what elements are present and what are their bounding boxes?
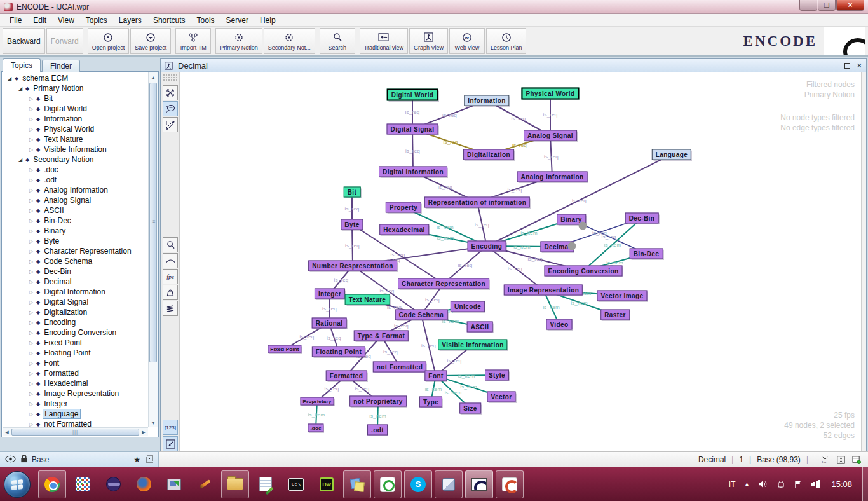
- tree-item-analog-information[interactable]: ▷◆Analog Information: [3, 185, 148, 195]
- expand-icon[interactable]: ▷: [28, 340, 34, 346]
- taskbar-text-editor[interactable]: [252, 470, 280, 498]
- language-indicator[interactable]: IT: [729, 480, 736, 489]
- taskbar-sticky-notes[interactable]: [343, 470, 371, 498]
- tab-finder[interactable]: Finder: [42, 60, 80, 72]
- menu-tools[interactable]: Tools: [191, 15, 220, 26]
- tree-item-code-schema[interactable]: ▷◆Code Schema: [3, 256, 148, 266]
- tree-item-encoding-conversion[interactable]: ▷◆Encoding Conversion: [3, 327, 148, 338]
- graph-node-encoding-conversion[interactable]: Encoding Conversion: [545, 266, 623, 277]
- graph-node-number-respresentation[interactable]: Number Respresentation: [308, 261, 397, 271]
- tree-item-language[interactable]: ▷◆Language: [3, 409, 148, 419]
- hscroll-thumb[interactable]: |||: [11, 429, 139, 436]
- tree-item-fixed-point[interactable]: ▷◆Fixed Point: [3, 338, 148, 348]
- taskbar-command-prompt[interactable]: C:\: [282, 470, 310, 498]
- tree-item-digital-world[interactable]: ▷◆Digital World: [3, 104, 148, 114]
- graph-node-proprietary[interactable]: Proprietary: [301, 397, 334, 406]
- graph-node-formatted[interactable]: Formatted: [326, 371, 367, 381]
- graph-node-type-format[interactable]: Type & Format: [354, 331, 409, 341]
- clock[interactable]: 15:08: [831, 479, 852, 489]
- graph-node-integer[interactable]: Integer: [315, 289, 345, 299]
- tree-item-label[interactable]: Digitalization: [43, 308, 88, 317]
- tree-item-label[interactable]: Information: [43, 114, 83, 123]
- toolbar-button-web-view[interactable]: wWeb view: [449, 28, 485, 54]
- tree-item-primary-notion[interactable]: ◢◆Primary Notion: [3, 83, 148, 93]
- canvas-scrollbar[interactable]: [861, 72, 866, 451]
- expand-icon[interactable]: ▷: [28, 96, 34, 102]
- tool-fit-icon[interactable]: [163, 85, 178, 100]
- tree-item-secondary-notion[interactable]: ◢◆Secondary Notion: [3, 154, 148, 165]
- tree-item-label[interactable]: Text Nature: [43, 135, 84, 144]
- graph-node-bit[interactable]: Bit: [344, 187, 361, 198]
- tree-item-label[interactable]: Language: [43, 409, 80, 419]
- graph-node-code-schema[interactable]: Code Schema: [395, 310, 448, 320]
- expand-icon[interactable]: ▷: [28, 371, 34, 376]
- tree-horizontal-scrollbar[interactable]: ◀ ||| ▶: [3, 427, 148, 436]
- hidden-icons-arrow[interactable]: ▲: [745, 481, 750, 487]
- tree-item-image-representation[interactable]: ▷◆Image Representation: [3, 388, 148, 399]
- graph-node-font[interactable]: Font: [424, 371, 447, 381]
- tree-item-label[interactable]: Formatted: [43, 369, 80, 378]
- tool-pointer-icon[interactable]: [163, 436, 178, 451]
- tree-item-label[interactable]: ASCII: [43, 206, 65, 215]
- taskbar-encode-app[interactable]: [465, 470, 493, 498]
- tree-item-doc[interactable]: ▷◆.doc: [3, 165, 148, 175]
- tree-item-font[interactable]: ▷◆Font: [3, 358, 148, 368]
- taskbar-dreamweaver[interactable]: Dw: [313, 470, 341, 498]
- tree-item-bin-dec[interactable]: ▷◆Bin-Dec: [3, 216, 148, 226]
- power-plug-icon[interactable]: [776, 480, 785, 489]
- action-center-flag-icon[interactable]: [794, 480, 802, 489]
- tab-topics[interactable]: Topics: [3, 58, 41, 72]
- expand-icon[interactable]: ▷: [28, 228, 34, 234]
- show-desktop-button[interactable]: [862, 467, 868, 501]
- tree-item-label[interactable]: Binary: [43, 226, 67, 235]
- taskbar-cube-app[interactable]: [435, 470, 463, 498]
- tool-arc-icon[interactable]: [163, 253, 178, 268]
- status-antenna-icon[interactable]: bn: [820, 455, 830, 464]
- restore-button[interactable]: ❐: [818, 0, 836, 11]
- scroll-left-icon[interactable]: ◀: [3, 428, 11, 437]
- tool-weight-icon[interactable]: [163, 285, 178, 300]
- expand-icon[interactable]: ▷: [28, 127, 34, 132]
- graph-node-style[interactable]: Style: [485, 370, 509, 381]
- graph-node-raster[interactable]: Raster: [600, 310, 630, 320]
- expand-icon[interactable]: ▷: [28, 208, 34, 214]
- expand-icon[interactable]: ▷: [28, 299, 34, 305]
- toolbar-button-search[interactable]: Search: [320, 28, 355, 54]
- expand-icon[interactable]: ▷: [28, 198, 34, 203]
- export-layer-icon[interactable]: [146, 454, 153, 465]
- toolbar-button-backward[interactable]: Backward: [3, 28, 45, 54]
- scroll-down-icon[interactable]: ▼: [149, 418, 157, 427]
- expand-icon[interactable]: ▷: [28, 289, 34, 295]
- graph-node-size[interactable]: Size: [459, 403, 481, 414]
- graph-node-type[interactable]: Type: [419, 397, 442, 408]
- graph-node-property[interactable]: Property: [386, 202, 421, 213]
- tree-item-label[interactable]: Digital World: [43, 104, 88, 113]
- menu-help[interactable]: Help: [254, 15, 281, 26]
- tree-item-character-representation[interactable]: ▷◆Character Representation: [3, 246, 148, 256]
- selection-handle[interactable]: [568, 242, 576, 251]
- tree-item-label[interactable]: not Formatted: [43, 420, 93, 427]
- scroll-thumb[interactable]: [149, 83, 157, 362]
- menu-file[interactable]: File: [4, 15, 27, 26]
- tree-item-label[interactable]: Physical World: [43, 125, 95, 134]
- tree-item-label[interactable]: Code Schema: [43, 257, 93, 266]
- tree-item-formatted[interactable]: ▷◆Formatted: [3, 368, 148, 378]
- tree-item-label[interactable]: Byte: [43, 237, 60, 245]
- graph-node-not-proprietary[interactable]: not Proprietary: [349, 396, 407, 407]
- graph-node-language[interactable]: Language: [652, 149, 691, 160]
- graph-node-vector[interactable]: Vector: [487, 392, 516, 402]
- graph-node-fixed-point[interactable]: Fixed Point: [268, 345, 301, 353]
- status-graphview-icon[interactable]: [836, 455, 846, 464]
- collapse-icon[interactable]: ◢: [17, 86, 24, 92]
- expand-icon[interactable]: ▷: [28, 422, 34, 427]
- graph-node-odt[interactable]: .odt: [367, 425, 388, 436]
- taskbar-windows-explorer[interactable]: [221, 470, 249, 498]
- graph-node-byte[interactable]: Byte: [341, 219, 363, 230]
- panel-close-icon[interactable]: ✕: [857, 62, 862, 70]
- taskbar-recorder[interactable]: [374, 470, 402, 498]
- tree-item-label[interactable]: Visible Information: [43, 145, 108, 154]
- graph-node-information[interactable]: Information: [464, 95, 509, 106]
- tree-item-binary[interactable]: ▷◆Binary: [3, 226, 148, 236]
- tree-item-digital-information[interactable]: ▷◆Digital Information: [3, 287, 148, 297]
- tool-spring-icon[interactable]: [163, 301, 178, 316]
